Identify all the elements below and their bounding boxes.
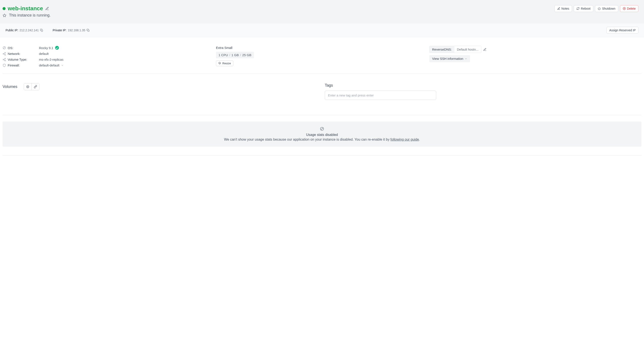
public-ip: Public IP: 212.2.242.141 <box>6 29 43 32</box>
size-column: Extra Small 1 CPU/1 GB/25 GB Resize <box>216 46 425 67</box>
view-ssh-label: View SSH information <box>432 57 464 61</box>
size-ram: 1 GB <box>232 53 239 57</box>
size-cpu: 1 CPU <box>218 53 228 57</box>
firewall-label-cell: Firewall: <box>2 64 39 67</box>
volume-type-label: Volume Type: <box>8 58 27 61</box>
title-row: web-instance <box>2 5 50 12</box>
status-row: This instance is running. <box>2 13 50 18</box>
os-value: Rocky 9.1 <box>39 46 53 50</box>
ip-bar: Public IP: 212.2.242.141 Private IP: 192… <box>0 23 644 37</box>
tag-input[interactable] <box>325 91 436 100</box>
private-ip: Private IP: 192.168.1.35 <box>53 29 90 32</box>
header-bar: web-instance This instance is running. N… <box>0 0 644 23</box>
divider <box>2 155 642 155</box>
svg-point-11 <box>5 54 6 55</box>
delete-icon <box>623 7 626 10</box>
usage-guide-link[interactable]: following our guide <box>390 138 419 141</box>
tags-header: Tags <box>325 83 638 88</box>
notes-label: Notes <box>562 7 570 10</box>
ban-icon <box>2 46 6 50</box>
usage-title: Usage stats disabled <box>9 133 635 137</box>
reboot-icon <box>576 7 580 10</box>
usage-desc-suffix: . <box>419 138 420 141</box>
public-ip-label: Public IP: <box>6 29 18 32</box>
rdns-label: ReverseDNS: <box>430 46 454 53</box>
volume-type-label-cell: Volume Type: <box>2 58 39 61</box>
os-badge-icon <box>55 46 59 50</box>
shield-icon <box>2 64 6 67</box>
svg-point-10 <box>3 53 4 54</box>
usage-desc: We can't show your usage stats because o… <box>9 138 635 142</box>
network-value-cell: default <box>39 52 212 56</box>
shutdown-label: Shutdown <box>602 7 615 10</box>
os-label-cell: OS: <box>2 46 39 50</box>
reboot-label: Reboot <box>581 7 590 10</box>
svg-line-13 <box>4 53 5 54</box>
copy-private-ip-icon[interactable] <box>86 29 90 32</box>
volume-actions <box>24 83 40 90</box>
firewall-label: Firewall: <box>8 64 20 67</box>
svg-rect-5 <box>41 30 43 31</box>
volumes-title: Volumes <box>2 85 17 89</box>
delete-button[interactable]: Delete <box>620 5 638 12</box>
cloud-up-icon <box>218 62 221 65</box>
firewall-value-cell[interactable]: default-default <box>39 64 212 67</box>
svg-line-17 <box>4 60 5 61</box>
reboot-button[interactable]: Reboot <box>574 5 593 12</box>
share-icon <box>2 58 6 61</box>
notes-button[interactable]: Notes <box>554 5 572 12</box>
private-ip-label: Private IP: <box>53 29 67 32</box>
public-ip-value: 212.2.242.141 <box>20 29 39 32</box>
chevron-down-icon <box>465 58 467 60</box>
delete-label: Delete <box>627 7 636 10</box>
network-label-cell: Network: <box>2 52 39 56</box>
power-icon <box>598 7 601 10</box>
svg-point-9 <box>5 52 6 53</box>
resize-button[interactable]: Resize <box>216 61 233 66</box>
edit-rdns-icon[interactable] <box>483 48 486 51</box>
svg-point-14 <box>5 58 6 59</box>
rdns-row: ReverseDNS: Default hostn... <box>429 46 486 53</box>
tags-block: Tags <box>325 83 638 100</box>
rdns-chip: ReverseDNS: Default hostn... <box>429 46 482 53</box>
status-text: This instance is running. <box>9 13 50 18</box>
pencil-icon <box>557 7 560 10</box>
size-chip: 1 CPU/1 GB/25 GB <box>216 52 254 58</box>
shutdown-button[interactable]: Shutdown <box>595 5 618 12</box>
volumes-tags-section: Volumes Tags <box>0 74 644 115</box>
volumes-block: Volumes <box>2 83 316 100</box>
svg-line-8 <box>4 47 5 49</box>
spec-table: OS: Rocky 9.1 Network: default Volume Ty… <box>2 46 212 67</box>
instance-name: web-instance <box>8 5 43 12</box>
share-icon <box>2 52 6 56</box>
svg-point-15 <box>3 59 4 60</box>
firewall-value: default-default <box>39 64 59 67</box>
size-disk: 25 GB <box>242 53 252 57</box>
copy-public-ip-icon[interactable] <box>40 29 43 32</box>
private-ip-value: 192.168.1.35 <box>68 29 85 32</box>
assign-reserved-ip-button[interactable]: Assign Reserved IP <box>606 27 638 34</box>
add-volume-button[interactable] <box>24 83 32 90</box>
size-title: Extra Small <box>216 46 232 50</box>
right-column: ReverseDNS: Default hostn... View SSH in… <box>429 46 638 67</box>
os-label: OS: <box>8 46 13 50</box>
volume-type-value-cell: ms-xfs-2-replicas <box>39 58 212 61</box>
star-icon[interactable] <box>2 14 6 17</box>
plus-circle-icon <box>26 85 29 88</box>
ban-icon <box>320 127 324 131</box>
edit-name-icon[interactable] <box>45 7 49 11</box>
rdns-value: Default hostn... <box>454 46 481 53</box>
svg-marker-0 <box>3 14 6 17</box>
svg-rect-6 <box>88 30 89 31</box>
view-ssh-button[interactable]: View SSH information <box>429 55 470 62</box>
assign-reserved-ip-label: Assign Reserved IP <box>609 29 636 32</box>
attach-volume-button[interactable] <box>32 83 39 90</box>
volumes-header: Volumes <box>2 83 316 90</box>
network-label: Network: <box>8 52 20 56</box>
link-icon <box>34 85 37 88</box>
chevron-down-icon <box>61 64 64 67</box>
tags-title: Tags <box>325 83 333 88</box>
usage-panel: Usage stats disabled We can't show your … <box>2 122 642 147</box>
svg-line-18 <box>4 59 5 59</box>
action-buttons: Notes Reboot Shutdown Delete <box>554 5 638 12</box>
